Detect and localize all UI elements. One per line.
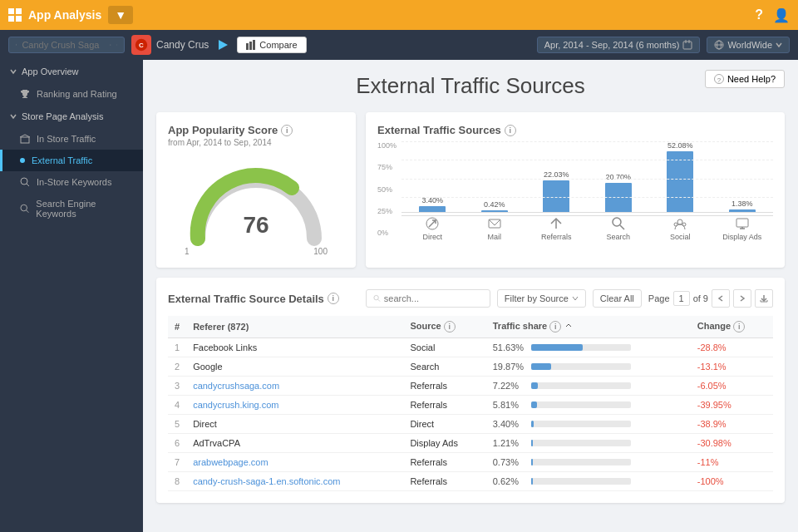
bar-chart-area: 100% 75% 50% 25% 0% — [377, 141, 773, 241]
col-change: Change i — [691, 316, 773, 338]
info-icon[interactable]: i — [281, 125, 293, 136]
filter-by-source[interactable]: Filter by Source — [497, 289, 586, 308]
filter-placeholder: Filter by Source — [505, 293, 569, 303]
svg-marker-6 — [111, 44, 111, 45]
icon-label-social: Social — [670, 233, 691, 241]
source-info-icon[interactable]: i — [444, 321, 456, 332]
referer-link[interactable]: arabwebpage.com — [193, 457, 268, 467]
traffic-bar-fill — [531, 401, 537, 408]
header-left: App Analysis ▼ — [8, 6, 133, 24]
details-card: External Traffic Source Details i Filter… — [156, 278, 785, 503]
need-help-button[interactable]: ? Need Help? — [705, 70, 785, 88]
icons-row: Direct Mail — [401, 212, 773, 241]
details-search-filter[interactable] — [366, 289, 490, 308]
popularity-title-text: App Popularity Score — [168, 124, 278, 136]
traffic-bar: 3.40% — [493, 419, 684, 429]
row-num: 1 — [168, 338, 186, 357]
bar-fill-referrals — [543, 180, 569, 212]
star-icon[interactable] — [110, 41, 111, 49]
search-engine-icon — [20, 204, 29, 214]
traffic-bar-bg — [531, 344, 631, 351]
toolbar-right: Apr, 2014 - Sep, 2014 (6 months) WorldWi… — [537, 37, 790, 53]
referer-cell: Direct — [186, 415, 403, 434]
sidebar-item-external-traffic[interactable]: External Traffic — [0, 150, 143, 171]
traffic-bar-fill — [531, 382, 538, 389]
sidebar-section-store-page[interactable]: Store Page Analysis — [0, 105, 143, 128]
app-search-box[interactable] — [8, 37, 125, 53]
page-title-wrapper: External Traffic Sources ? Need Help? — [156, 73, 785, 99]
traffic-share-cell: 19.87% — [486, 357, 691, 377]
details-info-icon[interactable]: i — [328, 293, 339, 304]
svg-point-38 — [674, 223, 677, 226]
y-label-50: 50% — [377, 185, 397, 194]
row-num: 3 — [168, 377, 186, 396]
gauge-container: 76 — [168, 155, 344, 255]
close-icon[interactable] — [116, 42, 117, 48]
icon-social: Social — [649, 216, 712, 241]
table-body: 1 Facebook Links Social 51.63% -28.8% 2 … — [168, 338, 773, 491]
change-info-icon[interactable]: i — [733, 321, 745, 332]
details-title-text: External Traffic Source Details — [168, 293, 324, 305]
info-icon-traffic[interactable]: i — [505, 125, 516, 136]
display-ads-icon — [735, 216, 750, 231]
social-icon — [672, 216, 687, 231]
referer-link[interactable]: candycrush.king.com — [193, 400, 278, 410]
next-page-button[interactable] — [733, 289, 751, 308]
top-row: App Popularity Score i from Apr, 2014 to… — [156, 112, 785, 268]
referer-text: Direct — [193, 419, 217, 429]
table-row: 4 candycrush.king.com Referrals 5.81% -3… — [168, 396, 773, 415]
details-header: External Traffic Source Details i Filter… — [168, 289, 773, 308]
active-dot — [20, 158, 25, 163]
referer-link[interactable]: candy-crush-saga-1.en.softonic.com — [193, 476, 340, 486]
change-cell: -28.8% — [691, 338, 773, 357]
app-search-input[interactable] — [22, 40, 105, 50]
page-number: 1 — [673, 291, 690, 306]
svg-point-26 — [21, 204, 27, 211]
user-icon[interactable]: 👤 — [773, 7, 790, 23]
svg-point-24 — [21, 178, 27, 185]
traffic-bar: 1.21% — [493, 438, 684, 448]
bars-row: 3.40% 0.42% 22.03% — [401, 141, 773, 212]
clear-all-button[interactable]: Clear All — [593, 289, 642, 308]
change-cell: -30.98% — [691, 434, 773, 453]
referer-cell: arabwebpage.com — [186, 453, 403, 472]
referer-link[interactable]: candycrushsaga.com — [193, 381, 279, 391]
chart-area: 3.40% 0.42% 22.03% — [401, 141, 773, 241]
sidebar-item-ranking[interactable]: Ranking and Rating — [0, 83, 143, 105]
question-icon: ? — [714, 74, 724, 84]
traffic-bar-fill — [531, 459, 533, 466]
svg-rect-3 — [16, 16, 22, 22]
svg-point-35 — [613, 218, 621, 226]
bar-search: 20.70% — [588, 141, 650, 212]
referer-cell: candy-crush-saga-1.en.softonic.com — [186, 472, 403, 491]
help-icon[interactable]: ? — [755, 7, 763, 22]
region-selector[interactable]: WorldWide — [707, 37, 790, 53]
sidebar-item-in-store-keywords[interactable]: In-Store Keywords — [0, 171, 143, 193]
svg-rect-0 — [8, 8, 14, 14]
sidebar-item-search-engine[interactable]: Search Engine Keywords — [0, 193, 143, 224]
referer-text: Facebook Links — [193, 342, 257, 352]
store-icon — [20, 134, 30, 144]
prev-page-button[interactable] — [712, 289, 730, 308]
header-dropdown[interactable]: ▼ — [108, 6, 133, 24]
svg-rect-15 — [683, 42, 692, 49]
date-selector[interactable]: Apr, 2014 - Sep, 2014 (6 months) — [537, 37, 701, 53]
sidebar-section-app-overview[interactable]: App Overview — [0, 60, 143, 83]
referer-cell: candycrushsaga.com — [186, 377, 403, 396]
bar-label-direct: 3.40% — [422, 196, 444, 204]
traffic-bar-bg — [531, 421, 631, 427]
referer-cell: Facebook Links — [186, 338, 403, 357]
change-cell: -100% — [691, 472, 773, 491]
traffic-bar: 0.62% — [493, 476, 684, 486]
bar-fill-direct — [419, 206, 446, 212]
details-search-input[interactable] — [384, 293, 483, 303]
globe-icon — [714, 40, 724, 50]
download-button[interactable] — [755, 289, 773, 308]
sidebar-item-in-store-traffic[interactable]: In Store Traffic — [0, 128, 143, 150]
traffic-share-info-icon[interactable]: i — [549, 321, 561, 332]
col-traffic-share[interactable]: Traffic share i — [486, 316, 691, 338]
content-area: External Traffic Sources ? Need Help? Ap… — [143, 60, 798, 532]
page-title: External Traffic Sources — [156, 73, 785, 99]
compare-button[interactable]: Compare — [237, 37, 306, 53]
share-value: 7.22% — [493, 381, 526, 391]
